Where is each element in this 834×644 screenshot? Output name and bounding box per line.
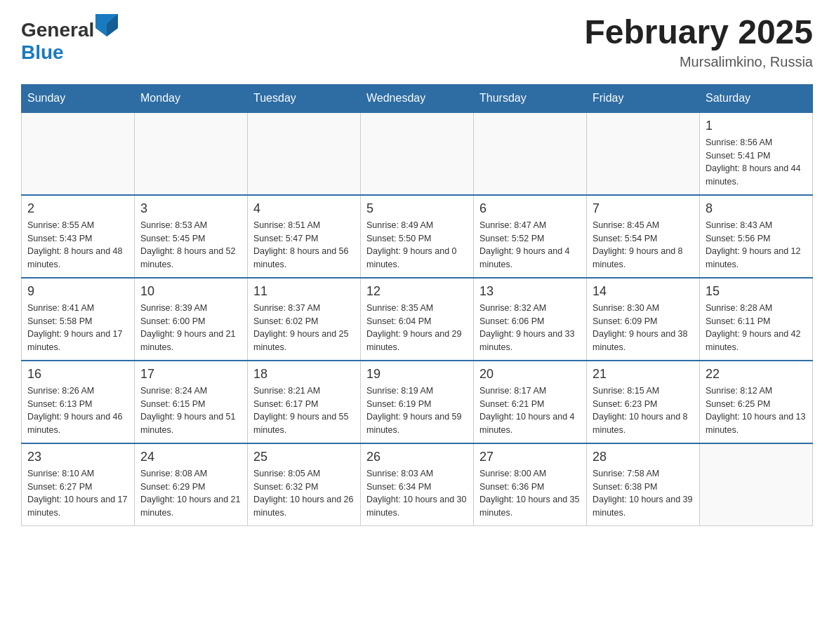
calendar-cell: 1Sunrise: 8:56 AM Sunset: 5:41 PM Daylig… — [700, 112, 813, 195]
logo-text-blue: Blue — [21, 41, 64, 63]
day-info: Sunrise: 8:45 AM Sunset: 5:54 PM Dayligh… — [593, 219, 694, 271]
calendar-table: SundayMondayTuesdayWednesdayThursdayFrid… — [21, 84, 813, 526]
day-number: 18 — [253, 367, 355, 382]
day-info: Sunrise: 8:51 AM Sunset: 5:47 PM Dayligh… — [253, 219, 355, 271]
calendar-cell: 6Sunrise: 8:47 AM Sunset: 5:52 PM Daylig… — [474, 195, 587, 278]
weekday-header-monday: Monday — [135, 84, 248, 112]
week-row-5: 23Sunrise: 8:10 AM Sunset: 6:27 PM Dayli… — [22, 443, 813, 526]
day-number: 24 — [140, 450, 241, 464]
week-row-4: 16Sunrise: 8:26 AM Sunset: 6:13 PM Dayli… — [22, 361, 813, 443]
calendar-cell: 25Sunrise: 8:05 AM Sunset: 6:32 PM Dayli… — [248, 443, 361, 526]
day-info: Sunrise: 8:35 AM Sunset: 6:04 PM Dayligh… — [366, 302, 468, 354]
day-info: Sunrise: 8:21 AM Sunset: 6:17 PM Dayligh… — [253, 384, 355, 437]
calendar-cell: 2Sunrise: 8:55 AM Sunset: 5:43 PM Daylig… — [22, 195, 135, 278]
day-info: Sunrise: 8:28 AM Sunset: 6:11 PM Dayligh… — [706, 302, 807, 354]
calendar-cell: 17Sunrise: 8:24 AM Sunset: 6:15 PM Dayli… — [135, 361, 248, 443]
day-info: Sunrise: 8:49 AM Sunset: 5:50 PM Dayligh… — [366, 219, 468, 271]
calendar-cell: 13Sunrise: 8:32 AM Sunset: 6:06 PM Dayli… — [474, 278, 587, 361]
day-info: Sunrise: 7:58 AM Sunset: 6:38 PM Dayligh… — [593, 467, 694, 520]
day-number: 16 — [27, 367, 128, 382]
calendar-cell: 3Sunrise: 8:53 AM Sunset: 5:45 PM Daylig… — [135, 195, 248, 278]
calendar-cell — [361, 112, 474, 195]
calendar-cell: 27Sunrise: 8:00 AM Sunset: 6:36 PM Dayli… — [474, 443, 587, 526]
weekday-header-tuesday: Tuesday — [248, 84, 361, 112]
day-number: 23 — [27, 450, 128, 464]
calendar-cell — [135, 112, 248, 195]
week-row-1: 1Sunrise: 8:56 AM Sunset: 5:41 PM Daylig… — [22, 112, 813, 195]
day-number: 9 — [27, 284, 128, 299]
day-info: Sunrise: 8:10 AM Sunset: 6:27 PM Dayligh… — [27, 467, 128, 520]
day-number: 17 — [140, 367, 241, 382]
page-header: General Blue February 2025 Mursalimkino,… — [21, 14, 813, 70]
calendar-cell: 14Sunrise: 8:30 AM Sunset: 6:09 PM Dayli… — [587, 278, 700, 361]
calendar-cell: 26Sunrise: 8:03 AM Sunset: 6:34 PM Dayli… — [361, 443, 474, 526]
calendar-cell — [474, 112, 587, 195]
day-number: 8 — [706, 201, 807, 216]
weekday-header-sunday: Sunday — [22, 84, 135, 112]
day-number: 14 — [593, 284, 694, 299]
weekday-header-wednesday: Wednesday — [361, 84, 474, 112]
day-number: 20 — [479, 367, 581, 382]
weekday-header-saturday: Saturday — [700, 84, 813, 112]
day-info: Sunrise: 8:24 AM Sunset: 6:15 PM Dayligh… — [140, 384, 241, 437]
calendar-cell: 18Sunrise: 8:21 AM Sunset: 6:17 PM Dayli… — [248, 361, 361, 443]
weekday-header-thursday: Thursday — [474, 84, 587, 112]
calendar-cell — [22, 112, 135, 195]
day-info: Sunrise: 8:41 AM Sunset: 5:58 PM Dayligh… — [27, 302, 128, 354]
calendar-cell: 28Sunrise: 7:58 AM Sunset: 6:38 PM Dayli… — [587, 443, 700, 526]
day-number: 7 — [593, 201, 694, 216]
calendar-cell: 8Sunrise: 8:43 AM Sunset: 5:56 PM Daylig… — [700, 195, 813, 278]
day-info: Sunrise: 8:26 AM Sunset: 6:13 PM Dayligh… — [27, 384, 128, 437]
day-number: 10 — [140, 284, 241, 299]
day-number: 4 — [253, 201, 355, 216]
day-info: Sunrise: 8:32 AM Sunset: 6:06 PM Dayligh… — [479, 302, 581, 354]
calendar-cell: 7Sunrise: 8:45 AM Sunset: 5:54 PM Daylig… — [587, 195, 700, 278]
day-number: 12 — [366, 284, 468, 299]
calendar-cell — [587, 112, 700, 195]
week-row-3: 9Sunrise: 8:41 AM Sunset: 5:58 PM Daylig… — [22, 278, 813, 361]
calendar-cell: 12Sunrise: 8:35 AM Sunset: 6:04 PM Dayli… — [361, 278, 474, 361]
day-number: 13 — [479, 284, 581, 299]
day-info: Sunrise: 8:43 AM Sunset: 5:56 PM Dayligh… — [706, 219, 807, 271]
calendar-cell: 24Sunrise: 8:08 AM Sunset: 6:29 PM Dayli… — [135, 443, 248, 526]
day-number: 15 — [706, 284, 807, 299]
calendar-cell: 23Sunrise: 8:10 AM Sunset: 6:27 PM Dayli… — [22, 443, 135, 526]
calendar-cell: 20Sunrise: 8:17 AM Sunset: 6:21 PM Dayli… — [474, 361, 587, 443]
day-number: 25 — [253, 450, 355, 464]
calendar-cell — [248, 112, 361, 195]
day-number: 2 — [27, 201, 128, 216]
calendar-cell: 21Sunrise: 8:15 AM Sunset: 6:23 PM Dayli… — [587, 361, 700, 443]
week-row-2: 2Sunrise: 8:55 AM Sunset: 5:43 PM Daylig… — [22, 195, 813, 278]
day-info: Sunrise: 8:03 AM Sunset: 6:34 PM Dayligh… — [366, 467, 468, 520]
calendar-cell: 5Sunrise: 8:49 AM Sunset: 5:50 PM Daylig… — [361, 195, 474, 278]
day-number: 3 — [140, 201, 241, 216]
day-info: Sunrise: 8:00 AM Sunset: 6:36 PM Dayligh… — [479, 467, 581, 520]
weekday-header-row: SundayMondayTuesdayWednesdayThursdayFrid… — [22, 84, 813, 112]
day-number: 26 — [366, 450, 468, 464]
day-number: 5 — [366, 201, 468, 216]
calendar-cell: 16Sunrise: 8:26 AM Sunset: 6:13 PM Dayli… — [22, 361, 135, 443]
title-block: February 2025 Mursalimkino, Russia — [584, 14, 813, 70]
day-info: Sunrise: 8:30 AM Sunset: 6:09 PM Dayligh… — [593, 302, 694, 354]
day-number: 19 — [366, 367, 468, 382]
day-info: Sunrise: 8:05 AM Sunset: 6:32 PM Dayligh… — [253, 467, 355, 520]
calendar-cell: 15Sunrise: 8:28 AM Sunset: 6:11 PM Dayli… — [700, 278, 813, 361]
day-number: 27 — [479, 450, 581, 464]
calendar-cell: 9Sunrise: 8:41 AM Sunset: 5:58 PM Daylig… — [22, 278, 135, 361]
day-number: 6 — [479, 201, 581, 216]
day-info: Sunrise: 8:19 AM Sunset: 6:19 PM Dayligh… — [366, 384, 468, 437]
logo: General Blue — [21, 14, 118, 64]
day-info: Sunrise: 8:17 AM Sunset: 6:21 PM Dayligh… — [479, 384, 581, 437]
day-number: 28 — [593, 450, 694, 464]
day-number: 1 — [706, 119, 807, 133]
logo-icon — [95, 14, 118, 36]
calendar-cell — [700, 443, 813, 526]
day-info: Sunrise: 8:37 AM Sunset: 6:02 PM Dayligh… — [253, 302, 355, 354]
day-info: Sunrise: 8:12 AM Sunset: 6:25 PM Dayligh… — [706, 384, 807, 437]
calendar-cell: 19Sunrise: 8:19 AM Sunset: 6:19 PM Dayli… — [361, 361, 474, 443]
calendar-cell: 4Sunrise: 8:51 AM Sunset: 5:47 PM Daylig… — [248, 195, 361, 278]
month-title: February 2025 — [584, 14, 813, 51]
day-number: 22 — [706, 367, 807, 382]
day-info: Sunrise: 8:56 AM Sunset: 5:41 PM Dayligh… — [706, 136, 807, 189]
day-info: Sunrise: 8:55 AM Sunset: 5:43 PM Dayligh… — [27, 219, 128, 271]
